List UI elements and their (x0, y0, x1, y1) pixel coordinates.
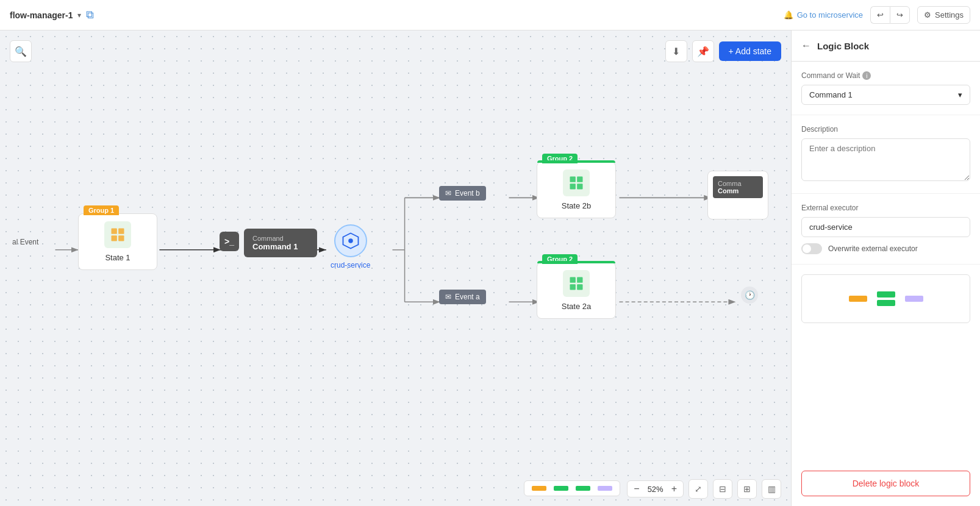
delete-logic-block-button[interactable]: Delete logic block (801, 471, 970, 496)
event-b-label: Event b (455, 189, 480, 198)
panel-toggle-button[interactable]: ▥ (762, 479, 781, 499)
panel-title: Logic Block (817, 41, 869, 51)
add-state-button[interactable]: + Add state (719, 41, 781, 61)
external-executor-label: External executor (801, 204, 970, 212)
timer-icon: 🕐 (741, 287, 758, 304)
settings-label: Settings (935, 10, 964, 20)
state-2b-icon (563, 169, 590, 196)
svg-rect-16 (112, 235, 117, 241)
command-select-value: Command 1 (809, 90, 853, 99)
state-1-label: State 1 (105, 253, 130, 262)
zoom-level-label: 52% (645, 485, 667, 494)
go-to-microservice-button[interactable]: 🔔 Go to microservice (784, 10, 863, 20)
app-header: flow-manager-1 ▾ ⧉ 🔔 Go to microservice … (0, 0, 980, 30)
svg-rect-22 (570, 184, 576, 189)
undo-button[interactable]: ↩ (870, 6, 890, 24)
description-label: Description (801, 125, 970, 134)
event-a-node[interactable]: ✉ Event a (439, 290, 486, 304)
state-2a-node[interactable]: Group 2 State 2a (537, 262, 616, 319)
svg-rect-20 (570, 177, 576, 182)
event-a-icon: ✉ (445, 293, 451, 301)
command-icon-node: >_ (220, 232, 239, 251)
svg-rect-17 (118, 235, 124, 241)
service-icon (334, 224, 367, 257)
panel-back-button[interactable]: ← (801, 40, 811, 51)
panel-legend (792, 265, 980, 333)
microservice-icon: 🔔 (784, 10, 793, 20)
command-1-node[interactable]: Command Command 1 (244, 229, 317, 257)
panel-legend-green-1 (877, 291, 895, 298)
grid-view-button[interactable]: ⊞ (737, 479, 757, 499)
overwrite-toggle-row: Overwrite external executor (801, 243, 970, 254)
group-1-label: Group 1 (84, 205, 119, 215)
command-select[interactable]: Command 1 ▾ (801, 85, 970, 105)
service-label: crud-service (331, 261, 370, 269)
split-view-icon[interactable]: ⧉ (86, 9, 94, 21)
svg-rect-15 (118, 229, 124, 234)
svg-rect-24 (570, 277, 576, 283)
svg-rect-14 (112, 229, 117, 234)
fit-view-button[interactable]: ⤢ (689, 479, 708, 499)
svg-rect-21 (577, 177, 582, 182)
app-title: flow-manager-1 (10, 10, 73, 20)
event-b-icon: ✉ (445, 189, 451, 198)
state-1-node[interactable]: Group 1 State 1 (78, 213, 157, 270)
state-1-icon (104, 221, 131, 248)
toggle-knob (803, 244, 811, 253)
svg-rect-25 (577, 277, 582, 283)
panel-header: ← Logic Block (792, 30, 980, 62)
command-icon: >_ (220, 232, 239, 251)
panel-legend-orange (849, 296, 867, 302)
canvas-bottom-toolbar: − 52% + ⤢ ⊟ ⊞ ▥ (0, 472, 791, 506)
crud-service-node[interactable]: crud-service (331, 224, 370, 269)
description-section: Description (792, 115, 980, 194)
state-2a-icon (563, 270, 590, 297)
main-layout: 🔍 ⬇ 📌 + Add state (0, 30, 980, 506)
external-executor-input[interactable] (801, 217, 970, 237)
split-view-button[interactable]: ⊟ (713, 479, 732, 499)
command-info-icon[interactable]: i (862, 71, 871, 80)
external-executor-section: External executor Overwrite external exe… (792, 194, 980, 265)
zoom-out-button[interactable]: − (634, 483, 639, 494)
settings-button[interactable]: ⚙ Settings (917, 6, 970, 24)
go-to-microservice-label: Go to microservice (797, 10, 863, 20)
header-right: 🔔 Go to microservice ↩ ↪ ⚙ Settings (784, 6, 970, 24)
panel-legend-purple (905, 296, 923, 302)
title-chevron-icon[interactable]: ▾ (77, 11, 81, 20)
panel-legend-green-2 (877, 300, 895, 306)
zoom-in-button[interactable]: + (671, 483, 677, 494)
state-2b-node[interactable]: Group 2 State 2b (537, 162, 616, 218)
canvas-search-button[interactable]: 🔍 (10, 40, 32, 62)
command-or-wait-label: Command or Wait i (801, 71, 970, 80)
settings-icon: ⚙ (924, 10, 931, 20)
command-or-wait-section: Command or Wait i Command 1 ▾ (792, 62, 980, 115)
pin-button[interactable]: 📌 (692, 40, 714, 62)
svg-rect-23 (577, 184, 582, 189)
right-panel: ← Logic Block Command or Wait i Command … (791, 30, 980, 506)
state-2b-label: State 2b (562, 201, 591, 210)
overwrite-toggle-label: Overwrite external executor (828, 244, 918, 253)
svg-rect-26 (570, 284, 576, 290)
description-textarea[interactable] (801, 138, 970, 181)
undo-redo-controls: ↩ ↪ (870, 6, 910, 24)
initial-event-label: al Event (12, 238, 38, 246)
event-b-node[interactable]: ✉ Event b (439, 186, 486, 201)
svg-rect-27 (577, 284, 582, 290)
select-chevron-icon: ▾ (958, 90, 962, 99)
state-2a-label: State 2a (562, 302, 591, 311)
flow-canvas[interactable]: 🔍 ⬇ 📌 + Add state (0, 30, 791, 506)
command-name-label: Command 1 (252, 242, 309, 251)
header-left: flow-manager-1 ▾ ⧉ (10, 9, 94, 21)
canvas-right-tools: ⬇ 📌 + Add state (665, 40, 781, 62)
event-a-label: Event a (455, 293, 480, 301)
zoom-controls: − 52% + (627, 480, 684, 497)
canvas-toolbar: 🔍 ⬇ 📌 + Add state (10, 40, 781, 62)
redo-button[interactable]: ↪ (890, 6, 910, 24)
svg-point-19 (348, 238, 353, 243)
partial-command-node: Comma Comm (707, 171, 768, 219)
download-button[interactable]: ⬇ (665, 40, 687, 62)
command-type-label: Command (252, 235, 309, 242)
overwrite-toggle[interactable] (801, 243, 822, 254)
